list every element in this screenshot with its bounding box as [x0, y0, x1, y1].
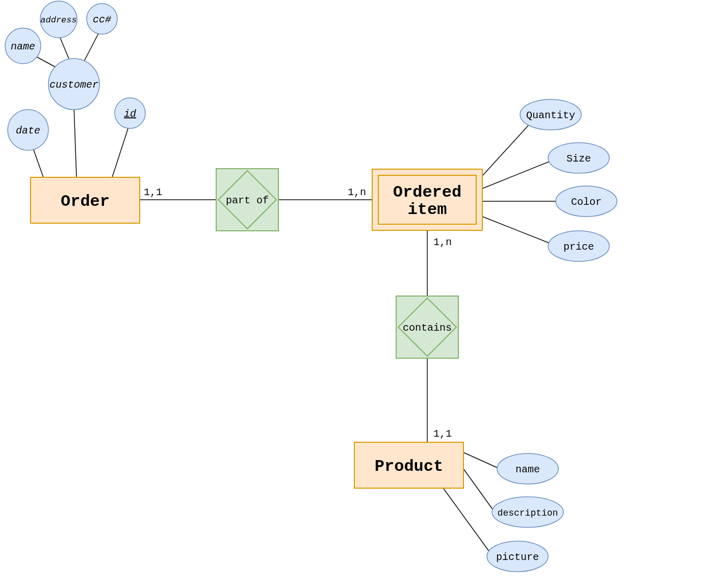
attr-p-picture-label: picture: [496, 551, 539, 563]
attr-cc-label: cc#: [93, 14, 112, 25]
edge-order-id: [112, 122, 130, 177]
relationship-contains-label: contains: [403, 322, 452, 334]
edge-order-customer: [74, 106, 76, 177]
card-ordered-contains: 1,n: [433, 236, 452, 248]
attr-id-label: id: [124, 108, 136, 120]
attr-price-label: price: [563, 241, 594, 253]
edge-ordered-quantity: [482, 118, 535, 176]
attr-date-label: date: [16, 125, 40, 137]
entity-order-label: Order: [61, 192, 110, 211]
attr-quantity-label: Quantity: [526, 110, 575, 121]
attr-p-description-label: description: [498, 508, 558, 518]
edge-ordered-size: [482, 158, 558, 189]
edge-customer-cc: [84, 32, 99, 61]
entity-ordered-item-label-1: Ordered: [393, 183, 461, 202]
attr-name-label: name: [11, 41, 35, 52]
attr-address-label: address: [40, 15, 76, 25]
er-diagram: Order Ordered item Product part of conta…: [0, 0, 723, 588]
edge-ordered-price: [482, 217, 553, 245]
card-partof-ordered: 1,n: [348, 186, 366, 198]
edge-product-description: [463, 469, 495, 512]
attr-size-label: Size: [566, 153, 591, 165]
attr-customer-label: customer: [49, 79, 98, 91]
attr-p-name-label: name: [515, 464, 540, 475]
entity-product-label: Product: [375, 457, 443, 476]
card-order-partof: 1,1: [144, 186, 162, 198]
entity-ordered-item-label-2: item: [408, 200, 447, 219]
attr-color-label: Color: [571, 196, 602, 208]
card-contains-product: 1,1: [433, 428, 452, 440]
edge-product-name: [463, 452, 500, 469]
relationship-partof-label: part of: [226, 195, 269, 206]
